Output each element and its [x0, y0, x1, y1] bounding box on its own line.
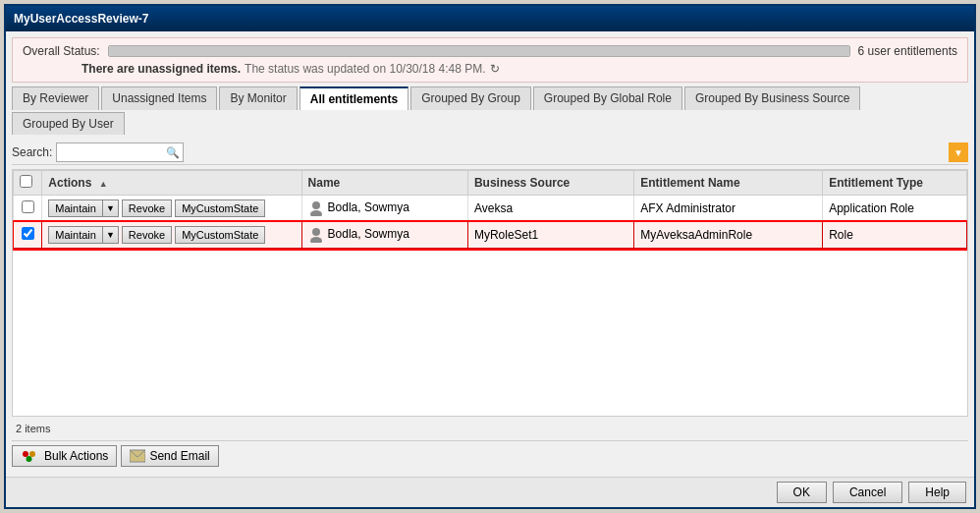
tabs-row: By ReviewerUnassigned ItemsBy MonitorAll…: [12, 86, 968, 135]
sort-arrow-icon: ▲: [99, 179, 108, 189]
name-cell: Bodla, Sowmya: [301, 222, 467, 249]
revoke-button[interactable]: Revoke: [122, 200, 172, 217]
entitlement-type-cell: Application Role: [823, 196, 967, 222]
ok-button[interactable]: OK: [777, 482, 827, 503]
bulk-actions-button[interactable]: Bulk Actions: [12, 445, 117, 467]
entitlement-type-cell: Role: [823, 222, 967, 249]
progress-bar: [108, 45, 850, 57]
custom-state-button[interactable]: MyCustomState: [175, 200, 265, 217]
entitlement-name-cell: AFX Administrator: [634, 196, 823, 222]
refresh-icon[interactable]: ↻: [490, 62, 500, 76]
maintain-dropdown[interactable]: ▼: [102, 226, 119, 244]
tab-by-reviewer[interactable]: By Reviewer: [12, 86, 99, 110]
maintain-button[interactable]: Maintain: [48, 226, 102, 244]
svg-point-6: [27, 456, 32, 462]
overall-status-label: Overall Status:: [23, 44, 100, 58]
tab-grouped-by-group[interactable]: Grouped By Group: [410, 86, 531, 110]
th-actions: Actions ▲: [42, 171, 301, 196]
bulk-actions-label: Bulk Actions: [44, 449, 108, 463]
actions-cell: Maintain ▼ Revoke MyCustomState: [42, 196, 301, 222]
table-row: Maintain ▼ Revoke MyCustomState Bodla, S…: [14, 196, 967, 222]
status-row: Overall Status: 6 user entitlements: [23, 44, 957, 58]
name-cell: Bodla, Sowmya: [301, 196, 467, 222]
collapse-button[interactable]: ▼: [949, 142, 968, 162]
status-note-bold: There are unassigned items.: [82, 62, 241, 76]
search-row: Search: 🔍 ▼: [12, 139, 968, 165]
tab-grouped-by-business-source[interactable]: Grouped By Business Source: [684, 86, 860, 110]
table-scroll: Actions ▲ Name Business Source Entitleme…: [13, 170, 967, 416]
search-input-wrapper: 🔍: [56, 142, 184, 162]
business-source-cell: Aveksa: [467, 196, 633, 222]
tab-grouped-by-global-role[interactable]: Grouped By Global Role: [533, 86, 682, 110]
bulk-actions-icon: [21, 448, 40, 464]
search-label: Search:: [12, 145, 52, 159]
status-count: 6 user entitlements: [858, 44, 957, 58]
table-header-row: Actions ▲ Name Business Source Entitleme…: [14, 171, 967, 196]
revoke-button[interactable]: Revoke: [122, 226, 172, 244]
svg-point-4: [23, 451, 28, 457]
th-entitlement-type: Entitlement Type: [823, 171, 967, 196]
svg-point-3: [310, 237, 322, 243]
send-email-button[interactable]: Send Email: [121, 445, 218, 467]
send-email-label: Send Email: [149, 449, 209, 463]
table-container: Actions ▲ Name Business Source Entitleme…: [12, 169, 968, 417]
tab-unassigned-items[interactable]: Unassigned Items: [101, 86, 217, 110]
status-note: There are unassigned items. The status w…: [23, 62, 957, 76]
progress-bar-fill: [109, 46, 849, 56]
maintain-button-group: Maintain ▼: [48, 226, 119, 244]
th-entitlement-name: Entitlement Name: [634, 171, 823, 196]
tab-by-monitor[interactable]: By Monitor: [219, 86, 297, 110]
th-name: Name: [301, 171, 467, 196]
email-icon: [130, 449, 145, 463]
cancel-button[interactable]: Cancel: [833, 482, 902, 503]
th-actions-label: Actions: [48, 176, 91, 190]
window-title: MyUserAccessReview-7: [14, 12, 148, 26]
data-table: Actions ▲ Name Business Source Entitleme…: [13, 170, 967, 249]
tab-grouped-by-user[interactable]: Grouped By User: [12, 112, 125, 135]
svg-point-2: [312, 228, 320, 236]
row-checkbox-1[interactable]: [22, 200, 34, 213]
custom-state-button[interactable]: MyCustomState: [175, 226, 265, 244]
content-area: Overall Status: 6 user entitlements Ther…: [6, 31, 974, 477]
tab-all-entitlements[interactable]: All entitlements: [299, 86, 408, 110]
status-panel: Overall Status: 6 user entitlements Ther…: [12, 37, 968, 83]
row-checkbox-2[interactable]: [22, 227, 34, 240]
svg-point-5: [29, 451, 35, 457]
actions-cell: Maintain ▼ Revoke MyCustomState: [42, 222, 301, 249]
maintain-button-group: Maintain ▼: [48, 200, 119, 217]
search-input[interactable]: [56, 142, 184, 162]
action-buttons: Maintain ▼ Revoke MyCustomState: [48, 200, 295, 217]
entitlement-name-cell: MyAveksaAdminRole: [634, 222, 823, 249]
status-note-rest: The status was updated on 10/30/18 4:48 …: [245, 62, 486, 76]
th-business-source: Business Source: [467, 171, 633, 196]
maintain-button[interactable]: Maintain: [48, 200, 102, 217]
th-checkbox: [14, 171, 42, 196]
bottom-bar: Bulk Actions Send Email: [12, 440, 968, 471]
main-window: MyUserAccessReview-7 Overall Status: 6 u…: [4, 4, 976, 509]
footer-bar: OK Cancel Help: [6, 477, 974, 507]
user-icon: [308, 227, 324, 243]
title-bar: MyUserAccessReview-7: [6, 6, 974, 31]
svg-point-1: [310, 210, 322, 216]
help-button[interactable]: Help: [908, 482, 966, 503]
business-source-cell: MyRoleSet1: [467, 222, 633, 249]
maintain-dropdown[interactable]: ▼: [102, 200, 119, 217]
search-icon: 🔍: [166, 146, 180, 159]
items-count: 2 items: [12, 421, 968, 436]
svg-point-0: [312, 201, 320, 209]
select-all-checkbox[interactable]: [20, 175, 32, 188]
user-icon: [308, 200, 324, 216]
table-row: Maintain ▼ Revoke MyCustomState Bodla, S…: [14, 222, 967, 249]
action-buttons: Maintain ▼ Revoke MyCustomState: [48, 226, 295, 244]
